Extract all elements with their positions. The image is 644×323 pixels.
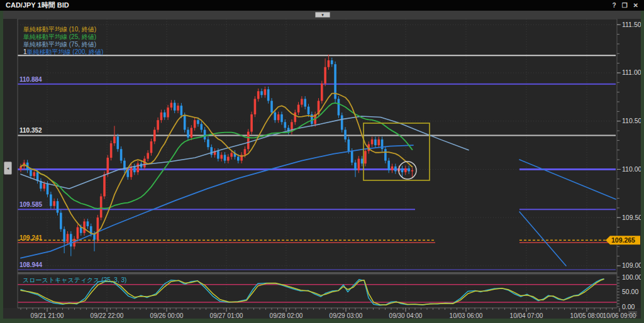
sma-legend: 単純移動平均線 (10, 終値)単純移動平均線 (25, 終値)単純移動平均線 … — [23, 26, 103, 56]
candle-body — [194, 120, 196, 128]
time-axis-label: 10/05 08:00 — [570, 312, 604, 319]
time-axis-label: 10/03 06:00 — [450, 312, 483, 319]
price-level-label: 110.352 — [19, 127, 42, 134]
candle-body — [348, 140, 350, 151]
candle-body — [57, 201, 59, 212]
sma200-line — [21, 145, 413, 258]
candle-body — [70, 234, 72, 246]
candle-body — [394, 167, 397, 172]
candle-body — [83, 221, 86, 233]
candle-body — [184, 116, 186, 130]
candle-body — [404, 168, 407, 172]
time-axis-label: 09/28 02:00 — [270, 312, 303, 319]
candle-body — [294, 112, 296, 122]
legend-row: 1単純移動平均線 (200, 終値) — [23, 48, 103, 56]
candle-body — [60, 213, 62, 229]
candle-body — [411, 170, 414, 172]
price-axis-label: 111.000 — [622, 68, 641, 76]
price-chart-svg[interactable]: 110.884110.352109.585109.241108.944111.5… — [3, 19, 641, 319]
candle-body — [358, 159, 360, 170]
left-panel-expander-button[interactable]: ◂ — [4, 162, 12, 175]
candle-body — [180, 106, 183, 115]
candle-body — [277, 114, 280, 120]
candle-body — [224, 155, 226, 160]
candle-body — [297, 105, 300, 112]
candle-body — [207, 140, 209, 147]
candle-body — [220, 155, 223, 158]
candle-body — [53, 201, 55, 206]
trendline — [519, 160, 616, 199]
candle-body — [371, 140, 374, 145]
candle-body — [230, 153, 233, 156]
candle-body — [116, 136, 119, 149]
resize-grip[interactable] — [628, 312, 637, 317]
time-axis-label: 09/22 22:00 — [91, 312, 124, 319]
toolbar-collapse-button[interactable]: ▾ — [315, 12, 330, 18]
candle-body — [113, 136, 116, 143]
candle-body — [227, 157, 230, 161]
legend-row: 単純移動平均線 (75, 終値) — [23, 41, 103, 48]
candle-body — [401, 168, 404, 172]
candle-body — [97, 217, 99, 239]
candle-body — [43, 183, 45, 189]
price-axis-label: 110.000 — [622, 165, 641, 173]
candle-body — [177, 106, 179, 111]
candle-body — [157, 120, 159, 129]
price-level-label: 109.241 — [19, 234, 43, 241]
candle-body — [67, 234, 69, 241]
candle-body — [391, 167, 394, 170]
candle-body — [93, 234, 96, 239]
title-bar[interactable]: CAD/JPY 1時間 BID ? ❐ ✕ — [0, 0, 644, 11]
candle-body — [63, 229, 65, 242]
chart-area[interactable]: 110.884110.352109.585109.241108.944111.5… — [3, 19, 641, 319]
candle-body — [126, 170, 129, 177]
candle-body — [244, 149, 247, 155]
candle-body — [191, 128, 193, 137]
sma25-line — [21, 103, 412, 209]
candle-body — [87, 221, 89, 226]
candle-body — [308, 107, 310, 114]
time-axis-label: 09/27 01:00 — [210, 312, 243, 319]
candle-body — [384, 149, 387, 160]
candle-body — [174, 103, 176, 111]
candle-body — [264, 89, 267, 95]
candle-body — [133, 167, 136, 172]
stochastics-label: スローストキャスティクス (25, 3, 3) — [23, 276, 126, 285]
candle-body — [331, 60, 333, 64]
price-axis-label: 111.500 — [622, 21, 641, 28]
candle-body — [351, 151, 353, 162]
time-axis-label: 10/04 07:00 — [510, 312, 543, 319]
candle-body — [270, 101, 273, 112]
candle-body — [160, 112, 163, 120]
candle-body — [341, 116, 343, 130]
candle-body — [267, 89, 270, 101]
time-axis-label: 09/26 00:00 — [150, 312, 184, 319]
sma10-line — [21, 94, 412, 234]
chart-window: CAD/JPY 1時間 BID ? ❐ ✕ ▾ 110.884110.35210… — [0, 0, 644, 323]
candle-body — [387, 161, 390, 170]
candle-body — [280, 114, 283, 122]
price-axis-label: 110.500 — [622, 117, 641, 124]
maximize-icon[interactable]: ❐ — [622, 0, 628, 11]
candle-body — [164, 112, 166, 118]
candle-body — [247, 132, 250, 150]
stoch-axis-label: 100.00 — [622, 273, 641, 281]
candle-body — [284, 122, 286, 128]
candle-body — [210, 147, 213, 155]
candle-body — [187, 130, 189, 138]
candle-body — [250, 114, 253, 132]
time-axis-label: 09/21 21:00 — [31, 312, 64, 319]
candle-body — [147, 153, 149, 158]
candle-body — [103, 174, 106, 196]
candle-body — [107, 158, 109, 174]
candle-body — [361, 159, 364, 164]
candle-body — [204, 130, 206, 140]
candle-body — [364, 151, 367, 163]
candle-body — [254, 99, 257, 114]
candle-body — [257, 91, 260, 99]
close-icon[interactable]: ✕ — [633, 0, 638, 11]
help-icon[interactable]: ? — [613, 0, 616, 11]
candle-body — [338, 99, 340, 115]
time-axis-label: 09/29 03:00 — [330, 312, 363, 319]
price-level-label: 109.585 — [19, 201, 43, 208]
